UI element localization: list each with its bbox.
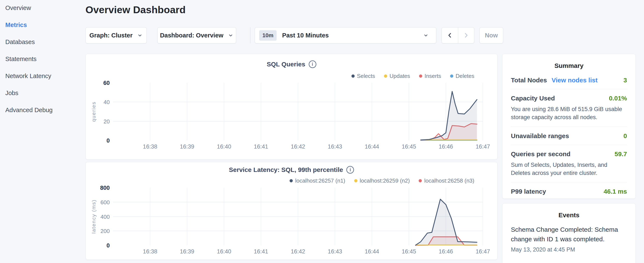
summary-label: Unavailable ranges [511, 132, 569, 140]
now-button[interactable]: Now [480, 27, 503, 43]
x-tick-label: 16:41 [254, 248, 268, 255]
y-tick-label: 200 [100, 228, 110, 234]
events-panel: Events Schema Change Completed: Schema c… [502, 203, 636, 263]
summary-section: Capacity Used0.01%You are using 28.6 MiB… [511, 89, 627, 127]
x-tick-label: 16:39 [180, 143, 194, 150]
chevron-right-icon [463, 32, 469, 39]
time-window-step-buttons [442, 27, 474, 43]
x-tick-label: 16:45 [402, 143, 416, 150]
chevron-down-icon [137, 32, 143, 38]
sidebar-item-metrics[interactable]: Metrics [5, 16, 80, 34]
sidebar-nav: OverviewMetricsDatabasesStatementsNetwor… [5, 0, 80, 119]
y-tick-label: 0 [106, 137, 110, 144]
chart-plot-area: 16:3816:3916:4016:4116:4216:4316:4416:45… [86, 54, 498, 160]
summary-section: P99 latency46.1 ms [511, 182, 627, 200]
y-tick-label: 400 [100, 214, 110, 220]
summary-value: 0 [624, 132, 627, 140]
summary-label: Capacity Used [511, 95, 555, 102]
x-tick-label: 16:43 [328, 143, 342, 150]
summary-label: Total Nodes [511, 77, 547, 84]
x-tick-label: 16:41 [254, 143, 268, 150]
summary-label: P99 latency [511, 188, 546, 195]
x-tick-label: 16:40 [217, 248, 231, 255]
x-tick-label: 16:43 [328, 248, 342, 255]
previous-time-window-button[interactable] [442, 28, 458, 43]
y-tick-label: 0 [106, 242, 110, 249]
event-message: Schema Change Completed: Schema change w… [502, 219, 636, 244]
x-tick-label: 16:46 [438, 248, 453, 255]
summary-panel: Summary Total NodesView nodes list3Capac… [502, 54, 636, 199]
summary-body: Total NodesView nodes list3Capacity Used… [502, 69, 636, 200]
summary-label: Queries per second [511, 150, 570, 158]
x-tick-label: 16:40 [217, 143, 231, 150]
y-tick-label: 600 [100, 199, 110, 205]
sql-queries-chart-card: SQL Queries i SelectsUpdatesInsertsDelet… [86, 54, 498, 160]
chevron-down-icon [228, 32, 234, 38]
x-tick-label: 16:39 [180, 248, 194, 255]
time-window-badge: 10m [259, 30, 276, 41]
summary-description: Sum of Selects, Updates, Inserts, and De… [511, 161, 627, 177]
sidebar-item-statements[interactable]: Statements [5, 51, 80, 68]
chevron-left-icon [447, 32, 453, 39]
series-area-Selects [421, 92, 477, 140]
summary-section: Unavailable ranges0 [511, 127, 627, 145]
page-title: Overview Dashboard [86, 4, 186, 16]
service-latency-chart-card: Service Latency: SQL, 99th percentile i … [86, 162, 498, 260]
time-window-label: Past 10 Minutes [282, 32, 329, 39]
x-tick-label: 16:42 [291, 248, 305, 255]
summary-section: Queries per second59.7Sum of Selects, Up… [511, 145, 627, 182]
summary-value: 0.01% [609, 95, 627, 102]
y-grid: 0204060 [103, 80, 483, 144]
summary-value: 59.7 [615, 150, 627, 158]
graph-selector-label: Graph: Cluster [89, 32, 132, 39]
y-tick-label: 20 [104, 118, 110, 125]
sidebar-item-overview[interactable]: Overview [5, 0, 80, 16]
x-tick-label: 16:44 [365, 248, 379, 255]
summary-value: 46.1 ms [604, 188, 627, 195]
toolbar-divider [250, 27, 250, 43]
dashboard-selector-dropdown[interactable]: Dashboard: Overview [157, 27, 236, 43]
next-time-window-button[interactable] [458, 28, 474, 43]
view-nodes-list-link[interactable]: View nodes list [552, 77, 598, 84]
summary-title: Summary [502, 54, 636, 69]
y-axis-label: latency (ms) [91, 199, 96, 234]
y-tick-label: 40 [104, 99, 110, 105]
dashboard-selector-label: Dashboard: Overview [160, 32, 223, 39]
x-tick-label: 16:45 [402, 248, 416, 255]
x-tick-label: 16:44 [365, 143, 379, 150]
sidebar-item-network-latency[interactable]: Network Latency [5, 68, 80, 85]
time-window-selector[interactable]: 10m Past 10 Minutes [255, 27, 436, 43]
summary-description: You are using 28.6 MiB of 515.9 GiB usab… [511, 105, 627, 122]
x-tick-label: 16:42 [291, 143, 305, 150]
events-title: Events [502, 203, 636, 219]
y-tick-label: 60 [103, 80, 110, 86]
sidebar-item-jobs[interactable]: Jobs [5, 85, 80, 102]
x-tick-label: 16:38 [143, 143, 157, 150]
x-tick-label: 16:46 [438, 143, 453, 150]
summary-value: 3 [624, 77, 627, 84]
event-timestamp: May 13, 2020 at 4:45 PM [502, 244, 636, 253]
sidebar-item-databases[interactable]: Databases [5, 34, 80, 51]
y-tick-label: 800 [100, 185, 110, 191]
y-axis-label: queries [91, 101, 96, 122]
x-tick-label: 16:38 [143, 248, 157, 255]
chart-plot-area: 16:3816:3916:4016:4116:4216:4316:4416:45… [86, 162, 498, 260]
summary-section: Total NodesView nodes list3 [511, 71, 627, 89]
x-tick-label: 16:47 [476, 248, 490, 255]
metrics-page: OverviewMetricsDatabasesStatementsNetwor… [0, 0, 644, 263]
chevron-down-icon [423, 32, 429, 38]
x-tick-label: 16:47 [476, 143, 490, 150]
graph-selector-dropdown[interactable]: Graph: Cluster [86, 27, 147, 43]
sidebar-item-advanced-debug[interactable]: Advanced Debug [5, 102, 80, 119]
